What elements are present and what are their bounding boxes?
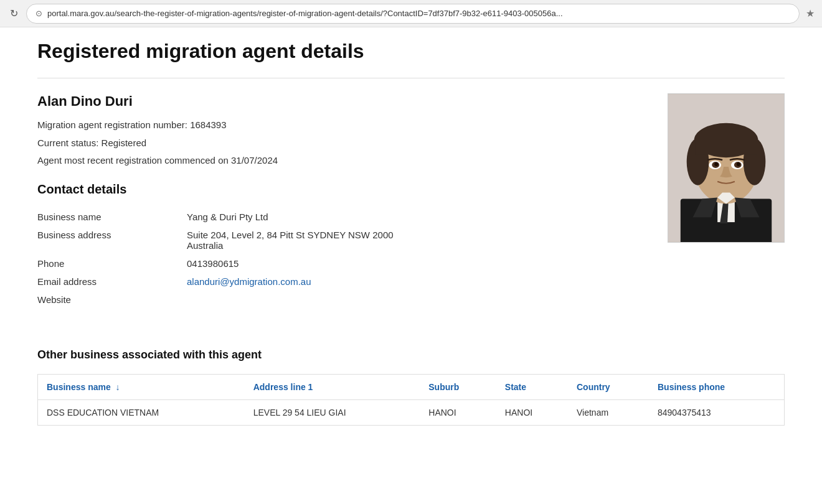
email-value: alanduri@ydmigration.com.au bbox=[187, 273, 643, 291]
cell-business-phone: 84904375413 bbox=[649, 399, 785, 425]
business-name-label: Business name bbox=[37, 208, 187, 226]
contact-section-title: Contact details bbox=[37, 182, 643, 197]
col-state[interactable]: State bbox=[496, 374, 568, 399]
business-address-line2: Australia bbox=[187, 240, 223, 251]
security-icon: ⊙ bbox=[35, 9, 42, 18]
agent-photo-svg bbox=[668, 94, 784, 242]
website-label: Website bbox=[37, 291, 187, 309]
cell-address-line1: LEVEL 29 54 LIEU GIAI bbox=[245, 399, 420, 425]
page-content: Registered migration agent details Alan … bbox=[0, 27, 822, 450]
col-suburb[interactable]: Suburb bbox=[420, 374, 496, 399]
status-value: Registered bbox=[102, 138, 147, 148]
cell-country: Vietnam bbox=[568, 399, 649, 425]
sort-icon: ↓ bbox=[116, 382, 120, 392]
phone-value: 0413980615 bbox=[187, 254, 643, 273]
business-address-row: Business address Suite 204, Level 2, 84 … bbox=[37, 226, 643, 254]
business-name-row: Business name Yang & Duri Pty Ltd bbox=[37, 208, 643, 226]
col-business-name-label: Business name bbox=[47, 382, 111, 392]
cell-business-name: DSS EDUCATION VIETNAM bbox=[38, 399, 245, 425]
registration-number-line: Migration agent registration number: 168… bbox=[37, 118, 643, 133]
website-row: Website bbox=[37, 291, 643, 309]
status-line: Current status: Registered bbox=[37, 136, 643, 151]
commenced-label: Agent most recent registration commenced… bbox=[37, 155, 229, 166]
profile-info: Alan Dino Duri Migration agent registrat… bbox=[37, 93, 643, 329]
col-suburb-label: Suburb bbox=[428, 382, 459, 392]
profile-section: Alan Dino Duri Migration agent registrat… bbox=[37, 93, 785, 329]
email-row: Email address alanduri@ydmigration.com.a… bbox=[37, 273, 643, 291]
col-business-phone[interactable]: Business phone bbox=[649, 374, 785, 399]
table-row: DSS EDUCATION VIETNAMLEVEL 29 54 LIEU GI… bbox=[38, 399, 785, 425]
table-header-row: Business name ↓ Address line 1 Suburb St… bbox=[38, 374, 785, 399]
bookmark-icon[interactable]: ★ bbox=[806, 7, 815, 19]
refresh-icon[interactable]: ↻ bbox=[7, 7, 20, 19]
registration-number: 1684393 bbox=[190, 119, 226, 130]
divider bbox=[37, 78, 785, 78]
col-address-line1-label: Address line 1 bbox=[253, 382, 313, 392]
url-text: portal.mara.gov.au/search-the-register-o… bbox=[47, 9, 790, 18]
table-header: Business name ↓ Address line 1 Suburb St… bbox=[38, 374, 785, 399]
table-body: DSS EDUCATION VIETNAMLEVEL 29 54 LIEU GI… bbox=[38, 399, 785, 425]
col-business-name[interactable]: Business name ↓ bbox=[38, 374, 245, 399]
business-address-value: Suite 204, Level 2, 84 Pitt St SYDNEY NS… bbox=[187, 226, 643, 254]
agent-name: Alan Dino Duri bbox=[37, 93, 643, 110]
registration-label: Migration agent registration number: bbox=[37, 119, 187, 130]
other-business-table: Business name ↓ Address line 1 Suburb St… bbox=[37, 374, 785, 426]
phone-row: Phone 0413980615 bbox=[37, 254, 643, 273]
website-value bbox=[187, 291, 643, 309]
cell-suburb: HANOI bbox=[420, 399, 496, 425]
col-country[interactable]: Country bbox=[568, 374, 649, 399]
cell-state: HANOI bbox=[496, 399, 568, 425]
col-state-label: State bbox=[505, 382, 526, 392]
svg-point-14 bbox=[714, 162, 718, 166]
business-address-label: Business address bbox=[37, 226, 187, 254]
url-bar[interactable]: ⊙ portal.mara.gov.au/search-the-register… bbox=[26, 4, 800, 24]
col-address-line1[interactable]: Address line 1 bbox=[245, 374, 420, 399]
col-country-label: Country bbox=[577, 382, 610, 392]
business-name-value: Yang & Duri Pty Ltd bbox=[187, 208, 643, 226]
phone-label: Phone bbox=[37, 254, 187, 273]
contact-table: Business name Yang & Duri Pty Ltd Busine… bbox=[37, 208, 643, 309]
svg-point-15 bbox=[737, 162, 740, 166]
svg-rect-9 bbox=[696, 136, 757, 155]
agent-photo bbox=[668, 93, 785, 243]
email-label: Email address bbox=[37, 273, 187, 291]
commenced-line: Agent most recent registration commenced… bbox=[37, 154, 643, 168]
page-title: Registered migration agent details bbox=[37, 40, 785, 63]
email-link[interactable]: alanduri@ydmigration.com.au bbox=[187, 276, 311, 287]
browser-bar: ↻ ⊙ portal.mara.gov.au/search-the-regist… bbox=[0, 0, 822, 27]
commenced-date: 31/07/2024 bbox=[231, 155, 278, 166]
other-business-title: Other business associated with this agen… bbox=[37, 348, 785, 362]
business-address-line1: Suite 204, Level 2, 84 Pitt St SYDNEY NS… bbox=[187, 230, 394, 240]
col-business-phone-label: Business phone bbox=[658, 382, 725, 392]
status-label: Current status: bbox=[37, 138, 98, 148]
